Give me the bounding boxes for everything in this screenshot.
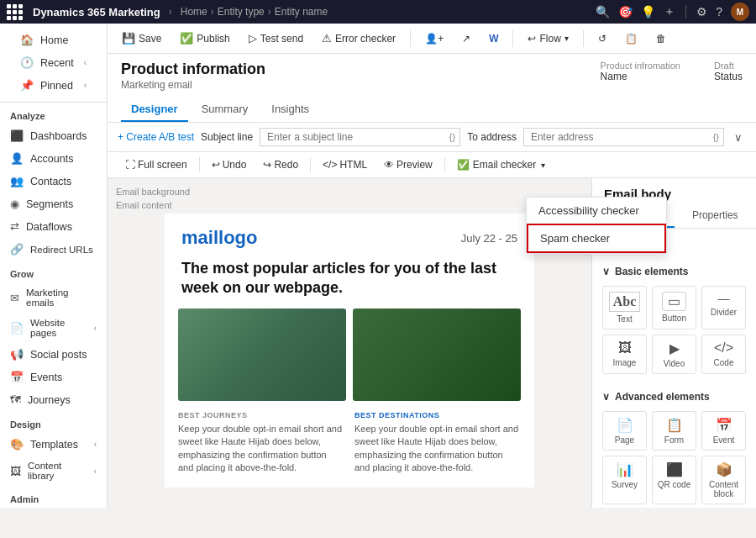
plus-icon[interactable]: ＋ (664, 4, 675, 19)
sidebar-item-website-pages[interactable]: 📄 Website pages ‹ (0, 313, 107, 343)
element-divider[interactable]: — Divider (701, 286, 746, 330)
sidebar-item-pinned[interactable]: 📌 Pinned ‹ (10, 74, 97, 97)
email-checker-chevron-icon: ▾ (541, 161, 545, 170)
element-video[interactable]: ▶ Video (652, 335, 696, 374)
survey-element-label: Survey (612, 480, 638, 489)
tab-properties[interactable]: Properties (675, 204, 757, 228)
settings-icon[interactable]: ⚙ (696, 5, 707, 18)
element-qr-code[interactable]: ⬛ QR code (652, 456, 696, 504)
chevron-templates-icon: ‹ (94, 440, 97, 449)
create-ab-button[interactable]: + Create A/B test (118, 131, 194, 143)
delete-button[interactable]: 🗑 (648, 29, 674, 48)
subject-input[interactable] (260, 128, 460, 146)
user-avatar[interactable]: M (731, 3, 749, 21)
sidebar-item-templates[interactable]: 🎨 Templates ‹ (0, 433, 107, 456)
sidebar-item-events[interactable]: 📅 Events (0, 366, 107, 388)
sidebar-item-home[interactable]: 🏠 Home (10, 29, 97, 51)
segments-icon: ◉ (10, 198, 19, 210)
flow-icon: ↩ (528, 33, 536, 45)
full-screen-button[interactable]: ⛶ Full screen (118, 156, 195, 174)
element-button[interactable]: ▭ Button (652, 286, 696, 330)
email-checker-icon: ✅ (457, 159, 470, 171)
element-page[interactable]: 📄 Page (602, 411, 647, 451)
sidebar-item-segments[interactable]: ◉ Segments (0, 193, 107, 215)
element-event[interactable]: 📅 Event (701, 411, 746, 451)
error-icon: ⚠ (322, 32, 332, 45)
spam-checker-item[interactable]: Spam checker (527, 224, 666, 253)
sidebar-item-accounts[interactable]: 👤 Accounts (0, 147, 107, 170)
preview-button[interactable]: 👁 Preview (376, 156, 440, 174)
sidebar-item-content-library[interactable]: 🖼 Content library ‹ (0, 456, 107, 486)
accessibility-checker-item[interactable]: Accessibility checker (527, 198, 666, 224)
element-form[interactable]: 📋 Form (652, 411, 696, 451)
to-address-input[interactable] (523, 128, 724, 146)
element-content-block[interactable]: 📦 Content block (701, 456, 746, 504)
lightbulb-icon[interactable]: 💡 (641, 5, 655, 18)
subject-bracket: {} (449, 132, 455, 142)
breadcrumb-home[interactable]: Home (181, 6, 207, 18)
calendar-button[interactable]: 📋 (617, 29, 645, 48)
flow-button[interactable]: ↩ Flow ▾ (520, 29, 575, 48)
basic-elements-label: Basic elements (615, 266, 688, 277)
col2-tag: BEST DESTINATIONS (354, 411, 521, 419)
refresh-icon: ↺ (598, 33, 606, 45)
basic-elements-header[interactable]: ∨ Basic elements (601, 262, 748, 281)
img-placeholder-2 (353, 309, 521, 401)
sidebar-item-recent[interactable]: 🕐 Recent ‹ (10, 51, 97, 74)
element-image[interactable]: 🖼 Image (602, 335, 647, 374)
tab-summary[interactable]: Summary (192, 98, 259, 122)
sidebar-label-dashboards: Dashboards (30, 130, 87, 142)
refresh-button[interactable]: ↺ (591, 29, 614, 48)
word-button[interactable]: W (481, 29, 506, 48)
search-icon[interactable]: 🔍 (596, 5, 610, 18)
html-button[interactable]: </> HTML (315, 156, 375, 174)
advanced-elements-grid: 📄 Page 📋 Form 📅 (601, 406, 748, 508)
element-survey[interactable]: 📊 Survey (602, 456, 647, 504)
email-checker-button[interactable]: ✅ Email checker ▾ (449, 156, 553, 174)
meta-name: Product infromation Name (601, 61, 680, 82)
pinned-icon: 📌 (20, 79, 34, 92)
website-pages-icon: 📄 (10, 322, 24, 335)
advanced-chevron-icon: ∨ (602, 391, 610, 403)
breadcrumb-entity-name[interactable]: Entity name (275, 6, 328, 18)
sidebar-item-social-posts[interactable]: 📢 Social posts (0, 343, 107, 366)
sidebar-label-social-posts: Social posts (30, 349, 87, 361)
sidebar-item-journeys[interactable]: 🗺 Journeys (0, 388, 107, 411)
preview-icon: 👁 (384, 159, 394, 171)
spam-checker-label: Spam checker (540, 232, 610, 245)
breadcrumb-entity-type[interactable]: Entity type (218, 6, 265, 18)
share-button[interactable]: ↗ (454, 29, 478, 48)
target-icon[interactable]: 🎯 (618, 5, 633, 18)
sidebar-item-redirect-urls[interactable]: 🔗 Redirect URLs (0, 238, 107, 261)
person-add-button[interactable]: 👤+ (417, 29, 451, 48)
redo-button[interactable]: ↪ Redo (255, 156, 306, 174)
help-icon[interactable]: ? (716, 5, 722, 18)
undo-button[interactable]: ↩ Undo (204, 156, 255, 174)
sidebar-item-contacts[interactable]: 👥 Contacts (0, 170, 107, 193)
second-toolbar: 💾 Save ✅ Publish ▷ Test send ⚠ Error che… (108, 24, 756, 54)
tab-designer[interactable]: Designer (121, 98, 188, 122)
event-element-label: Event (713, 435, 735, 445)
person-add-icon: 👤+ (425, 33, 444, 45)
waffle-menu-icon[interactable] (7, 4, 23, 20)
test-send-button[interactable]: ▷ Test send (241, 29, 311, 48)
element-text[interactable]: Abc Text (602, 286, 647, 330)
publish-button[interactable]: ✅ Publish (172, 29, 237, 48)
sidebar-item-dataflows[interactable]: ⇄ Dataflows (0, 215, 107, 238)
element-code[interactable]: </> Code (701, 335, 746, 374)
save-button[interactable]: 💾 Save (114, 29, 169, 48)
advanced-elements-header[interactable]: ∨ Advanced elements (601, 388, 748, 406)
chevron-down-icon[interactable]: ∨ (731, 129, 746, 145)
sidebar-item-marketing-emails[interactable]: ✉ Marketing emails (0, 282, 107, 313)
word-icon: W (489, 33, 498, 45)
email-content-label: Email content (116, 200, 583, 210)
email-canvas: Email background Email content maillogo … (108, 178, 591, 508)
contacts-icon: 👥 (10, 175, 24, 187)
col1-body: Keep your double opt-in email short and … (178, 423, 344, 475)
page-tabs: Designer Summary Insights (121, 98, 743, 122)
tab-insights[interactable]: Insights (261, 98, 319, 122)
page-title: Product information (121, 61, 265, 78)
error-checker-button[interactable]: ⚠ Error checker (314, 29, 403, 48)
sidebar-item-dashboards[interactable]: ⬛ Dashboards (0, 124, 107, 147)
calendar-icon: 📋 (625, 33, 638, 45)
